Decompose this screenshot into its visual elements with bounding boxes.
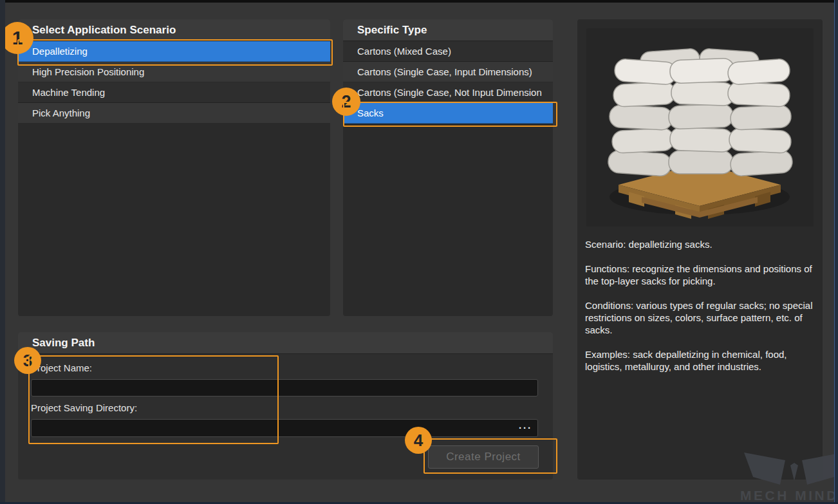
specific-type-list: Cartons (Mixed Case) Cartons (Single Cas… xyxy=(343,41,553,124)
saving-path-panel: Saving Path Project Name: Project Saving… xyxy=(18,332,553,480)
description-scenario: Scenario: depalletizing sacks. xyxy=(585,238,817,250)
scenario-item-high-precision-positioning[interactable]: High Precision Positioning xyxy=(18,62,330,82)
scenario-description: Scenario: depalletizing sacks. Functions… xyxy=(585,238,817,385)
sacks-pallet-illustration xyxy=(586,28,814,227)
type-item-sacks[interactable]: Sacks xyxy=(343,103,553,124)
scenario-item-machine-tending[interactable]: Machine Tending xyxy=(18,82,330,103)
project-saving-directory-field: ··· xyxy=(31,419,538,437)
create-project-dialog: { "colors": { "selection_blue": "#2e7dd8… xyxy=(0,0,838,504)
browse-directory-button[interactable]: ··· xyxy=(515,420,535,436)
scenario-list: Depalletizing High Precision Positioning… xyxy=(18,41,330,124)
window-edge-left xyxy=(0,0,5,504)
create-project-button[interactable]: Create Project xyxy=(428,445,539,469)
saving-path-panel-title: Saving Path xyxy=(18,332,553,354)
specific-type-panel: Specific Type Cartons (Mixed Case) Carto… xyxy=(343,19,553,316)
project-name-input[interactable] xyxy=(31,379,538,397)
specific-type-panel-title: Specific Type xyxy=(343,19,553,41)
scenario-panel-title: Select Application Scenario xyxy=(18,19,330,41)
scenario-item-depalletizing[interactable]: Depalletizing xyxy=(18,41,330,62)
description-examples: Examples: sack depalletizing in chemical… xyxy=(585,348,817,373)
sacks-pallet-image xyxy=(586,28,814,227)
project-name-label: Project Name: xyxy=(31,362,92,373)
description-conditions: Conditions: various types of regular sac… xyxy=(585,299,817,336)
mech-mind-logo-icon xyxy=(744,453,838,485)
preview-panel: Scenario: depalletizing sacks. Functions… xyxy=(577,19,823,480)
description-functions: Functions: recognize the dimensions and … xyxy=(585,263,817,287)
window-edge-top xyxy=(0,0,838,3)
project-saving-directory-input[interactable] xyxy=(31,419,538,437)
mech-mind-logo-text: MECH MIND xyxy=(740,488,838,503)
type-item-cartons-single-case-not-input-dimensions[interactable]: Cartons (Single Case, Not Input Dimensio… xyxy=(343,82,553,103)
scenario-item-pick-anything[interactable]: Pick Anything xyxy=(18,103,330,124)
window-edge-right xyxy=(834,0,838,504)
type-item-cartons-mixed-case[interactable]: Cartons (Mixed Case) xyxy=(343,41,553,62)
project-saving-directory-label: Project Saving Directory: xyxy=(31,402,137,413)
mech-mind-watermark: MECH MIND xyxy=(740,451,838,504)
type-item-cartons-single-case-input-dimensions[interactable]: Cartons (Single Case, Input Dimensions) xyxy=(343,62,553,82)
scenario-panel: Select Application Scenario Depalletizin… xyxy=(18,19,330,316)
